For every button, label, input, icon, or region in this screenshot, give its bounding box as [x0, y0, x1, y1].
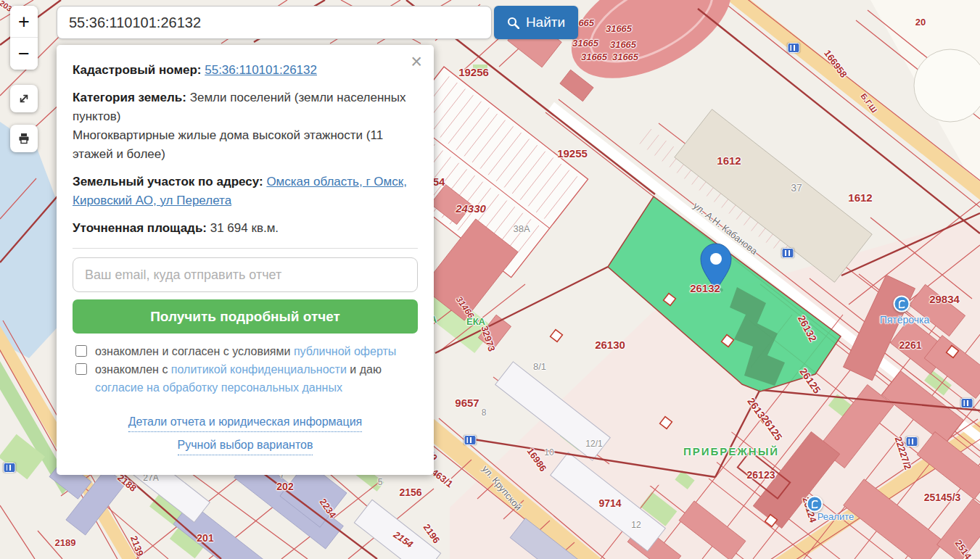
get-report-button[interactable]: Получить подробный отчет — [73, 299, 418, 334]
offer-consent-row: ознакомлен и согласен с условиями публич… — [73, 342, 418, 360]
map[interactable]: 3166531665316653166531665316652032016695… — [0, 0, 980, 559]
zoom-control: + − — [10, 6, 38, 70]
road-sign-icon — [788, 43, 800, 53]
map-label: 20 — [915, 17, 926, 28]
print-button[interactable] — [10, 125, 38, 152]
map-label: 31665 — [610, 39, 636, 50]
map-label: 31665 — [581, 51, 607, 62]
search-button-label: Найти — [526, 15, 565, 30]
privacy-consent-checkbox[interactable] — [75, 363, 87, 375]
email-input[interactable] — [73, 257, 418, 292]
privacy-consent-row: ознакомлен с политикой конфиденциальност… — [73, 360, 418, 397]
map-label: 26132 — [690, 282, 720, 294]
map-label: 2156 — [399, 486, 421, 498]
cadastral-number-row: Кадастровый номер: 55:36:110101:26132 — [73, 61, 418, 80]
road-sign-icon — [464, 435, 477, 445]
manual-select-link[interactable]: Ручной выбор вариантов — [178, 436, 313, 455]
offer-consent-text: ознакомлен и согласен с условиями — [95, 345, 290, 357]
map-label: 8/1 — [533, 361, 546, 372]
map-label: 31665 — [606, 23, 632, 34]
parcel-info-panel: × Кадастровый номер: 55:36:110101:26132 … — [57, 45, 434, 475]
cadastral-number-label: Кадастровый номер: — [73, 63, 201, 77]
map-label: 2189 — [55, 537, 76, 548]
map-label: 12/1 — [585, 439, 602, 449]
map-label: Реалите — [818, 511, 854, 522]
map-label: 29834 — [929, 293, 960, 305]
map-label: ПРИБРЕЖНЫЙ — [683, 445, 779, 457]
map-label: 19255 — [557, 147, 588, 160]
map-label: 201 — [197, 532, 213, 544]
zoom-out-button[interactable]: − — [10, 38, 38, 70]
poi-store-icon[interactable] — [894, 296, 910, 312]
map-label: 2261 — [899, 339, 921, 351]
poi-icon[interactable] — [807, 496, 823, 513]
search-input[interactable] — [57, 6, 492, 39]
zoom-in-button[interactable]: + — [10, 6, 38, 38]
cadastral-number-link[interactable]: 55:36:110101:26132 — [205, 63, 317, 77]
address-label: Земельный участок по адресу: — [73, 175, 263, 189]
address-row: Земельный участок по адресу: Омская обла… — [73, 173, 418, 210]
map-label: 26123 — [747, 469, 775, 481]
map-label: 19256 — [458, 66, 489, 78]
land-use-value: Многоквартирные жилые дома высокой этажн… — [73, 128, 383, 161]
map-label: 9657 — [455, 397, 479, 409]
road-sign-icon — [906, 436, 918, 447]
map-label: 31665 — [572, 38, 598, 49]
map-label: 9714 — [598, 497, 621, 509]
map-label: 5 — [378, 477, 383, 487]
area-value: 31 694 кв.м. — [210, 221, 279, 235]
map-label: 37 — [791, 182, 802, 194]
privacy-consent-text2: и даю — [350, 363, 382, 376]
map-label: ЕКА — [466, 316, 485, 327]
search-icon — [507, 17, 519, 29]
area-label: Уточненная площадь: — [73, 221, 207, 235]
close-icon[interactable]: × — [411, 52, 422, 72]
fullscreen-button[interactable] — [10, 85, 38, 112]
land-category-label: Категория земель: — [73, 91, 186, 104]
map-label: 54 — [433, 175, 445, 188]
map-label: 31665 — [612, 51, 638, 62]
map-label: 8 — [482, 407, 487, 418]
map-label: 25145/3 — [924, 492, 961, 503]
privacy-consent-text: ознакомлен с — [95, 363, 168, 376]
personal-data-link[interactable]: согласие на обработку персональных данны… — [95, 381, 342, 394]
panel-footer-links: Детали отчета и юридическая информация Р… — [73, 413, 418, 459]
map-label: 1612 — [848, 191, 872, 204]
expand-icon — [17, 92, 30, 105]
road-sign-icon — [782, 248, 794, 258]
report-details-link[interactable]: Детали отчета и юридическая информация — [128, 413, 363, 432]
map-label: 12 — [631, 520, 641, 530]
map-label: 202 — [276, 481, 293, 492]
land-category-row: Категория земель: Земли поселений (земли… — [73, 88, 418, 164]
divider — [73, 248, 418, 249]
offer-consent-checkbox[interactable] — [75, 345, 87, 357]
map-label: 24330 — [456, 202, 486, 215]
map-label: 1612 — [717, 154, 741, 167]
search-button[interactable]: Найти — [494, 6, 578, 39]
road-sign-icon — [961, 398, 973, 408]
public-offer-link[interactable]: публичной оферты — [294, 345, 396, 357]
map-label: 10 — [544, 447, 553, 457]
printer-icon — [17, 132, 30, 145]
road-sign-icon — [4, 463, 16, 473]
privacy-policy-link[interactable]: политикой конфиденциальности — [171, 363, 347, 376]
area-row: Уточненная площадь: 31 694 кв.м. — [73, 219, 418, 238]
map-label: Пятёрочка — [880, 314, 930, 326]
consent-checkboxes: ознакомлен и согласен с условиями публич… — [73, 342, 418, 397]
map-label: 26130 — [595, 339, 625, 351]
map-label: 38А — [513, 223, 530, 234]
